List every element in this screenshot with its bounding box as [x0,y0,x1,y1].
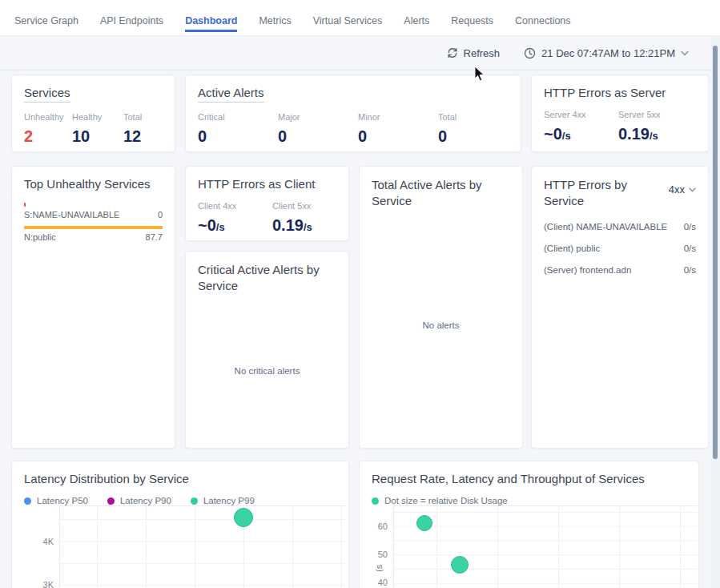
bar-value: 87.7 [146,232,163,242]
unhealthy-bar-row: N:public 87.7 [24,226,163,242]
stat-value: 0 [438,127,457,146]
chart-data-point[interactable] [234,508,253,527]
chart-data-point[interactable] [451,556,469,574]
top-unhealthy-card: Top Unhealthy Services S:NAME-UNAVAILABL… [11,166,175,449]
tab-virtual-services[interactable]: Virtual Services [313,0,383,30]
tab-requests[interactable]: Requests [451,0,493,30]
stat-total: Total 0 [438,112,457,146]
http-errors-server-card: HTTP Errors as Server Server 4xx ~0/s Se… [531,75,709,152]
unhealthy-bar-row: S:NAME-UNAVAILABLE 0 [24,203,163,219]
stat-label: Server 4xx [544,110,618,119]
tab-metrics[interactable]: Metrics [259,0,291,30]
chevron-down-icon [681,50,689,56]
y-axis-tick: 4K [43,537,54,546]
stat-unit: /s [304,221,312,233]
total-alerts-card: Total Active Alerts by Service No alerts [359,166,523,449]
request-rate-bubble-plot: 605040 [393,505,698,588]
stat-value: ~0/s [198,216,272,235]
y-axis-tick: 3K [43,580,54,588]
tab-connections[interactable]: Connections [515,0,571,30]
date-range-picker[interactable]: 21 Dec 07:47AM to 12:21PM [524,47,689,59]
chart-legend: Dot size = relative Disk Usage [372,496,686,505]
legend-label: Dot size = relative Disk Usage [384,496,508,505]
empty-state-message: No alerts [360,320,522,330]
legend-item[interactable]: Latency P50 [24,496,88,505]
stat-value: 0.19/s [618,125,661,143]
http-server-stats: Server 4xx ~0/s Server 5xx 0.19/s [544,110,696,143]
card-title: Critical Active Alerts by Service [198,262,334,295]
error-type-select[interactable]: 4xx [669,183,696,195]
chart-title: Latency Distribution by Service [24,472,189,485]
unhealthy-bar[interactable] [24,226,163,229]
active-alerts-stats: Critical 0 Major 0 Minor 0 Total 0 [198,112,509,146]
legend-label: Latency P90 [120,496,171,505]
request-rate-chart-card: Request Rate, Latency and Throughput of … [359,461,699,588]
stat-unit: /s [650,130,658,142]
error-rate-value: 0/s [684,222,696,232]
legend-dot-icon [24,497,31,505]
error-row: (Server) frontend.adn 0/s [544,265,696,275]
legend-dot-icon [191,497,198,505]
empty-state-message: No critical alerts [186,366,348,376]
services-stats: Unhealthy 2 Healthy 10 Total 12 [24,112,163,146]
stat-client-5xx: Client 5xx 0.19/s [272,201,312,235]
unhealthy-bar[interactable] [24,203,26,207]
latency-chart-card: Latency Distribution by Service Latency … [11,461,349,588]
tab-service-graph[interactable]: Service Graph [14,0,78,30]
legend-item[interactable]: Latency P99 [191,496,255,505]
error-service-label: (Client) public [544,244,600,253]
stat-value: 10 [72,127,123,146]
stat-value: ~0/s [544,125,618,143]
tab-dashboard[interactable]: Dashboard [185,0,237,32]
stat-minor: Minor 0 [358,112,438,146]
error-rate-value: 0/s [684,244,696,253]
chart-data-point[interactable] [416,515,432,531]
stat-label: Total [438,112,457,122]
card-title: Top Unhealthy Services [24,177,151,191]
refresh-icon [447,47,458,58]
selected-option: 4xx [669,183,685,195]
stat-label: Client 4xx [198,201,272,211]
error-row: (Client) public 0/s [544,244,696,253]
active-alerts-card: Active Alerts Critical 0 Major 0 Minor 0… [185,75,521,152]
stat-value: 0 [278,127,358,146]
stat-value: 2 [24,127,72,146]
error-rate-value: 0/s [684,265,696,275]
legend-dot-icon [107,497,115,505]
stat-label: Minor [358,112,438,122]
scrollbar-thumb[interactable] [713,46,718,459]
bar-value: 0 [158,210,163,219]
legend-label: Latency P99 [203,496,255,505]
date-range-label: 21 Dec 07:47AM to 12:21PM [541,47,675,59]
card-title: HTTP Errors as Server [544,86,666,99]
tab-alerts[interactable]: Alerts [404,0,429,30]
stat-label: Total [123,112,142,122]
stat-client-4xx: Client 4xx ~0/s [198,201,272,235]
error-service-label: (Server) frontend.adn [544,265,631,275]
error-service-label: (Client) NAME-UNAVAILABLE [544,222,667,232]
legend-item[interactable]: Dot size = relative Disk Usage [372,496,508,505]
stat-value: 0 [358,127,438,146]
refresh-button[interactable]: Refresh [447,47,501,59]
dashboard-page: Service Graph API Endpoints Dashboard Me… [0,0,720,588]
top-nav: Service Graph API Endpoints Dashboard Me… [0,0,720,36]
stat-server-4xx: Server 4xx ~0/s [544,110,618,143]
stat-label: Critical [198,112,278,122]
stat-number: ~0 [198,216,216,234]
y-axis-tick: 40 [378,578,388,587]
card-title: HTTP Errors as Client [198,177,315,191]
stat-label: Client 5xx [272,201,312,211]
legend-label: Latency P50 [37,496,88,505]
services-card: Services Unhealthy 2 Healthy 10 Total 12 [11,75,175,152]
stat-label: Healthy [72,112,123,122]
chart-title: Request Rate, Latency and Throughput of … [372,472,645,485]
legend-item[interactable]: Latency P90 [107,496,171,505]
chart-legend: Latency P50Latency P90Latency P99 [24,496,336,505]
card-title: HTTP Errors by Service [544,177,640,210]
stat-unit: /s [562,130,571,142]
scrollbar-track[interactable] [711,36,720,588]
stat-label: Unhealthy [24,112,72,122]
toolbar: Refresh 21 Dec 07:47AM to 12:21PM [0,36,711,70]
stat-value: 0 [198,127,278,146]
tab-api-endpoints[interactable]: API Endpoints [100,0,163,30]
